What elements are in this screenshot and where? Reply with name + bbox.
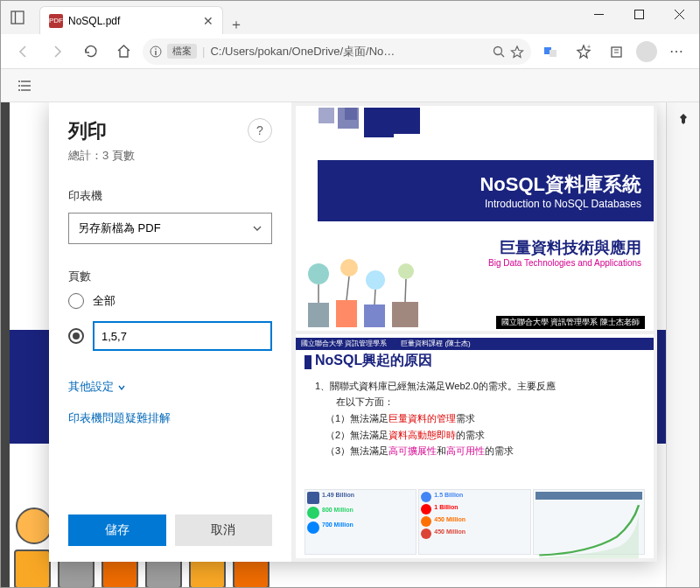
help-button[interactable]: ? xyxy=(248,118,272,143)
other-settings-link[interactable]: 其他設定 xyxy=(68,379,272,395)
radio-checked-icon xyxy=(68,328,84,344)
print-dialog: 列印 總計：3 頁數 ? 印表機 另存新檔為 PDF 頁數 全部 xyxy=(49,102,657,562)
preview-page-2: 國立聯合大學 資訊管理學系 巨量資料課程 (陳士杰) NoSQL興起的原因 1、… xyxy=(296,334,654,559)
troubleshoot-link[interactable]: 印表機問題疑難排解 xyxy=(68,410,272,426)
translate-button[interactable] xyxy=(536,38,564,66)
pin-button[interactable] xyxy=(667,102,699,136)
svg-line-8 xyxy=(501,53,505,57)
svg-point-21 xyxy=(308,263,329,284)
content-area: 統 列印 總計：3 頁數 ? xyxy=(1,102,699,588)
chevron-down-icon xyxy=(252,223,262,234)
svg-line-30 xyxy=(346,276,349,300)
svg-rect-28 xyxy=(392,302,418,327)
slide2-title: NoSQL興起的原因 xyxy=(315,352,432,370)
svg-rect-0 xyxy=(11,11,24,24)
profile-avatar[interactable] xyxy=(636,41,657,62)
url-path: C:/Users/pokan/OneDrive/桌面/No… xyxy=(210,44,395,60)
home-button[interactable] xyxy=(109,38,137,66)
site-info-icon xyxy=(150,46,162,58)
tab-title: NoSQL.pdf xyxy=(68,15,198,27)
refresh-button[interactable] xyxy=(76,38,104,66)
close-window-button[interactable] xyxy=(659,1,699,27)
svg-point-7 xyxy=(494,46,502,54)
forward-button[interactable] xyxy=(43,38,71,66)
svg-rect-27 xyxy=(364,304,385,327)
slide1-title: NoSQL資料庫系統 xyxy=(480,172,641,198)
slide1-subtitle: Introduction to NoSQL Databases xyxy=(485,198,641,210)
pages-label: 頁數 xyxy=(68,269,272,284)
printer-value: 另存新檔為 PDF xyxy=(78,220,161,236)
title-bar: PDF NoSQL.pdf ✕ ＋ xyxy=(1,1,699,34)
contents-icon[interactable] xyxy=(11,72,39,100)
pin-sidebar xyxy=(666,102,699,588)
url-bar[interactable]: 檔案 | C:/Users/pokan/OneDrive/桌面/No… xyxy=(143,38,531,65)
svg-line-31 xyxy=(374,290,375,304)
slide1-sub2-subtitle: Big Data Technologies and Applications xyxy=(488,258,641,268)
tab-actions-button[interactable] xyxy=(1,1,34,34)
maximize-button[interactable] xyxy=(619,1,659,27)
preview-page-1: NoSQL資料庫系統 Introduction to NoSQL Databas… xyxy=(296,106,654,331)
print-preview: NoSQL資料庫系統 Introduction to NoSQL Databas… xyxy=(292,102,657,562)
pages-all-label: 全部 xyxy=(93,293,116,309)
new-tab-button[interactable]: ＋ xyxy=(223,16,249,34)
minimize-button[interactable] xyxy=(578,1,619,27)
window-controls xyxy=(578,1,699,34)
pages-custom-input[interactable] xyxy=(93,321,272,351)
url-separator: | xyxy=(202,45,205,58)
pdf-icon: PDF xyxy=(49,14,63,28)
slide1-footer: 國立聯合大學 資訊管理學系 陳士杰老師 xyxy=(496,316,645,329)
svg-point-22 xyxy=(340,259,358,276)
slide2-body: 1、關聯式資料庫已經無法滿足Web2.0的需求。主要反應 在以下方面： （1）無… xyxy=(315,378,645,459)
collections-button[interactable] xyxy=(603,38,631,66)
save-button[interactable]: 儲存 xyxy=(68,514,166,546)
radio-unchecked-icon xyxy=(68,293,84,309)
svg-point-24 xyxy=(398,263,414,279)
print-total: 總計：3 頁數 xyxy=(68,148,135,164)
svg-rect-26 xyxy=(336,300,357,327)
svg-point-18 xyxy=(18,80,20,82)
tab-active[interactable]: PDF NoSQL.pdf ✕ xyxy=(39,6,223,34)
svg-line-32 xyxy=(405,279,406,302)
print-title: 列印 xyxy=(68,118,135,144)
svg-point-20 xyxy=(18,89,20,91)
svg-rect-2 xyxy=(594,14,604,15)
search-icon[interactable] xyxy=(493,46,505,58)
favorites-button[interactable]: + xyxy=(570,38,598,66)
more-button[interactable]: ⋯ xyxy=(662,38,690,66)
svg-point-6 xyxy=(155,48,157,50)
pdf-toolbar xyxy=(1,69,699,102)
svg-point-23 xyxy=(366,270,385,290)
svg-rect-25 xyxy=(308,303,329,327)
favorite-icon[interactable] xyxy=(510,45,524,59)
slide1-illustration xyxy=(301,252,432,331)
tab-strip: PDF NoSQL.pdf ✕ ＋ xyxy=(34,1,249,34)
back-button[interactable] xyxy=(10,38,38,66)
pages-custom-radio[interactable] xyxy=(68,321,272,351)
svg-rect-3 xyxy=(634,10,643,18)
slide1-sub2-title: 巨量資料技術與應用 xyxy=(488,237,641,258)
pages-all-radio[interactable]: 全部 xyxy=(68,293,272,309)
tab-close-button[interactable]: ✕ xyxy=(203,14,214,28)
cancel-button[interactable]: 取消 xyxy=(175,514,273,546)
svg-rect-10 xyxy=(550,50,556,57)
print-options-pane: 列印 總計：3 頁數 ? 印表機 另存新檔為 PDF 頁數 全部 xyxy=(49,102,292,562)
browser-toolbar: 檔案 | C:/Users/pokan/OneDrive/桌面/No… + ⋯ xyxy=(1,34,699,69)
printer-label: 印表機 xyxy=(68,188,272,204)
url-badge-file: 檔案 xyxy=(167,44,197,59)
printer-dropdown[interactable]: 另存新檔為 PDF xyxy=(68,213,272,244)
svg-text:+: + xyxy=(587,44,591,50)
svg-point-19 xyxy=(18,85,20,87)
slide2-infographic: 1.49 Billion 800 Million 700 Million 1.5… xyxy=(304,489,645,555)
slide2-header: 國立聯合大學 資訊管理學系 巨量資料課程 (陳士杰) xyxy=(296,338,654,350)
